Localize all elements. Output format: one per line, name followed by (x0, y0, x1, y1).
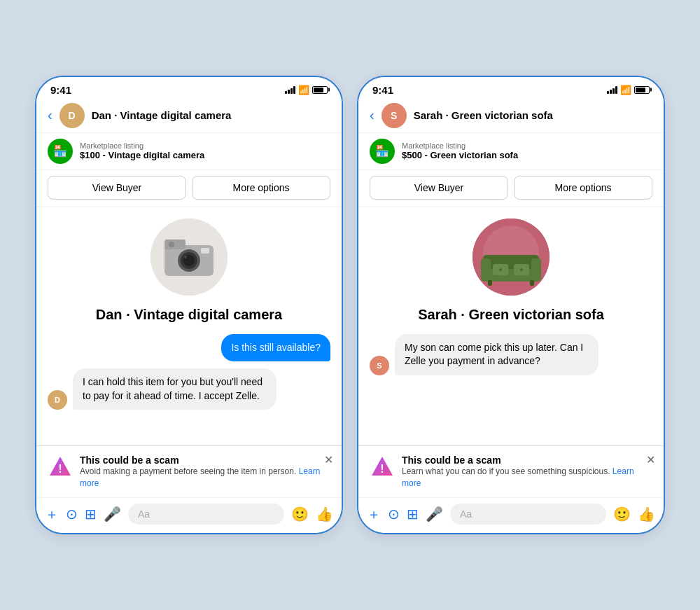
product-thumbnail-right (472, 219, 550, 296)
listing-label-right: Marketplace listing (402, 141, 652, 150)
message-bubble-received-right: My son can come pick this up later. Can … (395, 334, 598, 375)
message-input-right[interactable]: Aa (450, 504, 606, 525)
svg-text:!: ! (380, 463, 384, 475)
avatar-dan: D (59, 103, 85, 128)
status-bar-left: 9:41 📶 (36, 77, 342, 99)
nav-bar-right: ‹ S Sarah · Green victorian sofa (358, 99, 664, 133)
status-time-right: 9:41 (372, 84, 393, 96)
status-icons-left: 📶 (285, 85, 328, 95)
scam-alert-right: ! This could be a scam Learn what you ca… (358, 445, 664, 498)
mic-icon-right[interactable]: 🎤 (426, 506, 443, 522)
image-icon-right[interactable]: ⊞ (407, 506, 419, 522)
status-time-left: 9:41 (50, 84, 71, 96)
mic-icon-left[interactable]: 🎤 (104, 506, 121, 522)
svg-rect-7 (201, 248, 209, 254)
input-bar-right: ＋ ⊙ ⊞ 🎤 Aa 🙂 👍 (358, 497, 664, 533)
listing-info-right: Marketplace listing $500 - Green victori… (402, 141, 652, 160)
camera-icon-left[interactable]: ⊙ (66, 506, 78, 522)
scam-title-left: This could be a scam (80, 455, 330, 466)
view-buyer-button-right[interactable]: View Buyer (370, 176, 508, 200)
emoji-icon-left[interactable]: 🙂 (291, 506, 309, 522)
message-row-received-right: S My son can come pick this up later. Ca… (370, 334, 652, 375)
messages-left: Is this still available? D I can hold th… (48, 334, 330, 410)
marketplace-icon-left: 🏪 (48, 139, 73, 164)
wifi-icon-left: 📶 (298, 85, 309, 95)
scam-body-right: Learn what you can do if you see somethi… (402, 466, 652, 490)
svg-rect-20 (488, 280, 492, 286)
more-options-button-right[interactable]: More options (514, 176, 652, 200)
scam-warning-icon-right: ! (370, 455, 395, 480)
scam-warning-icon-left: ! (48, 455, 73, 480)
message-row-received: D I can hold this item for you but you'l… (48, 368, 330, 410)
svg-rect-21 (530, 280, 534, 286)
like-icon-left[interactable]: 👍 (316, 506, 333, 522)
phone-right: 9:41 📶 ‹ S Sarah · Green victorian sofa (357, 76, 665, 535)
message-input-left[interactable]: Aa (128, 504, 284, 525)
message-bubble-received: I can hold this item for you but you'll … (73, 368, 276, 410)
action-buttons-right: View Buyer More options (358, 170, 664, 207)
listing-label-left: Marketplace listing (80, 141, 330, 150)
input-bar-left: ＋ ⊙ ⊞ 🎤 Aa 🙂 👍 (36, 497, 342, 533)
messages-right: S My son can come pick this up later. Ca… (370, 334, 652, 375)
listing-info-left: Marketplace listing $100 - Vintage digit… (80, 141, 330, 160)
svg-rect-14 (481, 258, 491, 278)
battery-icon-right (634, 86, 650, 94)
svg-rect-2 (164, 240, 186, 249)
image-icon-left[interactable]: ⊞ (85, 506, 97, 522)
more-options-button-left[interactable]: More options (192, 176, 330, 200)
wifi-icon-right: 📶 (620, 85, 631, 95)
svg-rect-13 (483, 255, 539, 269)
scam-text-left: This could be a scam Avoid making a paym… (80, 455, 330, 490)
product-thumbnail-left (150, 219, 227, 296)
scam-body-left: Avoid making a payment before seeing the… (80, 466, 330, 490)
marketplace-icon-right: 🏪 (370, 139, 395, 164)
chat-area-right: Sarah · Green victorian sofa S My son ca… (358, 207, 664, 445)
battery-icon-left (312, 86, 328, 94)
close-scam-left[interactable]: ✕ (324, 453, 333, 466)
chat-area-left: Dan · Vintage digital camera Is this sti… (36, 207, 342, 445)
scam-title-right: This could be a scam (402, 455, 652, 466)
signal-icon-right (607, 85, 617, 94)
scam-text-right: This could be a scam Learn what you can … (402, 455, 652, 490)
avatar-sarah: S (382, 103, 407, 128)
svg-point-18 (499, 268, 502, 271)
message-row-sent: Is this still available? (48, 334, 330, 362)
action-buttons-left: View Buyer More options (36, 170, 342, 207)
camera-icon-right[interactable]: ⊙ (388, 506, 400, 522)
message-bubble-sent: Is this still available? (221, 334, 330, 362)
listing-price-right: $500 - Green victorian sofa (402, 150, 652, 160)
back-button-right[interactable]: ‹ (370, 107, 374, 123)
like-icon-right[interactable]: 👍 (638, 506, 655, 522)
emoji-icon-right[interactable]: 🙂 (613, 506, 631, 522)
plus-icon-left[interactable]: ＋ (45, 505, 59, 524)
avatar-dan-small: D (48, 390, 67, 410)
nav-title-right: Sarah · Green victorian sofa (414, 109, 652, 121)
close-scam-right[interactable]: ✕ (646, 453, 655, 466)
signal-icon-left (285, 85, 295, 94)
chat-name-right: Sarah · Green victorian sofa (418, 307, 604, 323)
phone-left: 9:41 📶 ‹ D Dan · Vintage digital camera (35, 76, 343, 535)
listing-price-left: $100 - Vintage digital camera (80, 150, 330, 160)
scam-alert-left: ! This could be a scam Avoid making a pa… (36, 445, 342, 498)
chat-name-left: Dan · Vintage digital camera (96, 307, 282, 323)
listing-bar-right: 🏪 Marketplace listing $500 - Green victo… (358, 133, 664, 170)
view-buyer-button-left[interactable]: View Buyer (48, 176, 186, 200)
svg-text:!: ! (58, 463, 62, 475)
svg-point-8 (169, 242, 174, 247)
status-icons-right: 📶 (607, 85, 650, 95)
svg-point-19 (520, 268, 523, 271)
nav-title-left: Dan · Vintage digital camera (92, 109, 330, 121)
nav-bar-left: ‹ D Dan · Vintage digital camera (36, 99, 342, 133)
phones-container: 9:41 📶 ‹ D Dan · Vintage digital camera (14, 55, 686, 556)
status-bar-right: 9:41 📶 (358, 77, 664, 99)
plus-icon-right[interactable]: ＋ (367, 505, 381, 524)
avatar-sarah-small: S (370, 356, 389, 375)
listing-bar-left: 🏪 Marketplace listing $100 - Vintage dig… (36, 133, 342, 170)
svg-rect-15 (531, 258, 541, 278)
svg-point-6 (184, 256, 187, 258)
back-button-left[interactable]: ‹ (48, 107, 52, 123)
